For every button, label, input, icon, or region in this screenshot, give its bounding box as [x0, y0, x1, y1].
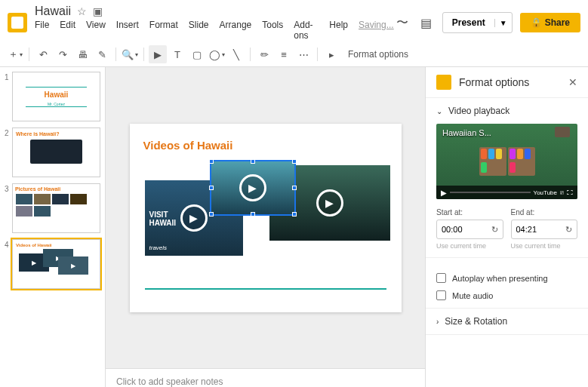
- end-at-input[interactable]: [512, 225, 562, 234]
- move-folder-icon[interactable]: ▣: [93, 5, 103, 17]
- new-slide-button[interactable]: ＋: [6, 45, 24, 63]
- cast-icon[interactable]: ⎚: [560, 189, 564, 196]
- play-icon: ▶: [180, 204, 208, 232]
- zoom-button[interactable]: 🔍: [121, 45, 139, 63]
- menu-tools[interactable]: Tools: [262, 20, 283, 41]
- redo-button[interactable]: ↷: [54, 45, 72, 63]
- start-at-input[interactable]: [437, 225, 487, 234]
- mute-checkbox[interactable]: [436, 290, 446, 300]
- chevron-down-icon: ⌄: [436, 107, 442, 115]
- play-icon: ▶: [316, 189, 343, 217]
- menu-arrange[interactable]: Arrange: [220, 20, 252, 41]
- share-button[interactable]: 🔒 Share: [520, 13, 580, 32]
- main-area: 1 Hawaii Mr. Cortez 2 Where is Hawaii? 3…: [0, 67, 588, 387]
- chevron-right-icon: ›: [436, 318, 439, 326]
- line-color-tool[interactable]: ✏: [255, 45, 273, 63]
- format-options-panel: Format options ✕ ⌄ Video playback Hawaii…: [426, 67, 588, 387]
- canvas-area: Videos of Hawaii ▶ VISITHAWAII travels ▶…: [106, 67, 426, 387]
- resize-handle[interactable]: [292, 186, 297, 190]
- slide-thumb-3[interactable]: Pictures of Hawaii: [12, 183, 100, 233]
- end-hint[interactable]: Use current time: [511, 242, 578, 250]
- line-weight-tool[interactable]: ≡: [275, 45, 293, 63]
- close-panel-icon[interactable]: ✕: [568, 76, 577, 88]
- thumb-number: 2: [5, 127, 12, 177]
- thumb-number: 1: [5, 72, 12, 121]
- resize-handle[interactable]: [292, 212, 297, 217]
- activity-icon[interactable]: 〜: [394, 14, 411, 31]
- start-refresh-icon[interactable]: ↻: [487, 225, 503, 235]
- video-1-caption: travels: [149, 244, 168, 251]
- speaker-notes[interactable]: Click to add speaker notes: [106, 368, 425, 387]
- resize-handle[interactable]: [209, 212, 214, 217]
- video-playback-section-toggle[interactable]: ⌄ Video playback: [436, 106, 577, 116]
- star-icon[interactable]: ☆: [77, 5, 87, 17]
- toolbar: ＋ ↶ ↷ 🖶 ✎ 🔍 ▶ T ▢ ◯ ╲ ✏ ≡ ⋯ ▸ Format opt…: [0, 42, 588, 67]
- resize-handle[interactable]: [209, 159, 214, 164]
- size-rotation-section-toggle[interactable]: › Size & Rotation: [436, 316, 577, 327]
- video-1-overlay: VISITHAWAII: [149, 210, 177, 227]
- slide-thumb-4[interactable]: Videos of Hawaii: [12, 239, 100, 289]
- print-button[interactable]: 🖶: [73, 45, 91, 63]
- mute-label: Mute audio: [452, 291, 493, 300]
- end-refresh-icon[interactable]: ↻: [561, 225, 577, 235]
- menu-addons[interactable]: Add-ons: [294, 20, 319, 41]
- menu-insert[interactable]: Insert: [116, 20, 139, 41]
- preview-progress[interactable]: [450, 192, 531, 193]
- present-button[interactable]: Present ▼: [442, 12, 513, 33]
- doc-title[interactable]: Hawaii: [35, 5, 71, 18]
- slide-thumb-2[interactable]: Where is Hawaii?: [12, 127, 100, 177]
- app-logo-icon: [8, 13, 27, 32]
- video-object-2-selected[interactable]: ▶: [211, 161, 294, 214]
- comments-icon[interactable]: ▤: [418, 14, 435, 31]
- slide-underline: [145, 288, 386, 290]
- video-preview[interactable]: Hawaiian S... ▶ YouTube ⎚ ⛶: [436, 124, 577, 199]
- textbox-tool[interactable]: T: [168, 45, 186, 63]
- menu-bar: File Edit View Insert Format Slide Arran…: [35, 20, 394, 41]
- line-dash-tool[interactable]: ⋯: [294, 45, 312, 63]
- present-label: Present: [443, 17, 494, 28]
- menu-file[interactable]: File: [35, 20, 49, 41]
- thumb-3-title: Pictures of Hawaii: [13, 184, 100, 194]
- start-at-label: Start at:: [436, 208, 503, 217]
- present-dropdown-icon[interactable]: ▼: [494, 19, 512, 27]
- autoplay-checkbox[interactable]: [436, 273, 446, 283]
- undo-button[interactable]: ↶: [34, 45, 52, 63]
- youtube-label: YouTube: [534, 189, 557, 196]
- motion-tool[interactable]: ▸: [322, 45, 340, 63]
- share-label: Share: [545, 17, 570, 28]
- format-options-button[interactable]: Format options: [342, 49, 414, 60]
- slide-thumb-1[interactable]: Hawaii Mr. Cortez: [12, 72, 100, 121]
- preview-foot: [555, 127, 570, 137]
- thumb-number: 3: [5, 183, 12, 233]
- image-tool[interactable]: ▢: [188, 45, 206, 63]
- end-at-label: End at:: [511, 208, 578, 217]
- paint-format-button[interactable]: ✎: [93, 45, 111, 63]
- panel-title: Format options: [459, 76, 568, 88]
- select-tool[interactable]: ▶: [149, 45, 167, 63]
- menu-slide[interactable]: Slide: [189, 20, 209, 41]
- line-tool[interactable]: ╲: [227, 45, 245, 63]
- preview-play-icon[interactable]: ▶: [441, 189, 447, 197]
- saving-status: Saving...: [359, 20, 394, 41]
- resize-handle[interactable]: [251, 159, 255, 164]
- menu-format[interactable]: Format: [149, 20, 178, 41]
- slide-title[interactable]: Videos of Hawaii: [130, 124, 402, 152]
- app-header: Hawaii ☆ ▣ File Edit View Insert Format …: [0, 0, 588, 42]
- resize-handle[interactable]: [292, 159, 297, 164]
- thumb-1-title: Hawaii: [45, 91, 69, 99]
- video-playback-label: Video playback: [448, 106, 509, 116]
- resize-handle[interactable]: [251, 212, 255, 217]
- fullscreen-icon[interactable]: ⛶: [567, 189, 573, 196]
- menu-edit[interactable]: Edit: [60, 20, 75, 41]
- menu-help[interactable]: Help: [329, 20, 348, 41]
- shape-tool[interactable]: ◯: [208, 45, 226, 63]
- menu-view[interactable]: View: [86, 20, 106, 41]
- start-hint[interactable]: Use current time: [436, 242, 503, 250]
- play-icon: ▶: [239, 174, 266, 201]
- thumb-2-title: Where is Hawaii?: [13, 128, 100, 140]
- autoplay-label: Autoplay when presenting: [452, 274, 548, 283]
- format-panel-icon: [436, 75, 451, 90]
- resize-handle[interactable]: [209, 186, 214, 190]
- thumb-number: 4: [5, 239, 12, 289]
- slide-canvas[interactable]: Videos of Hawaii ▶ VISITHAWAII travels ▶…: [130, 124, 402, 312]
